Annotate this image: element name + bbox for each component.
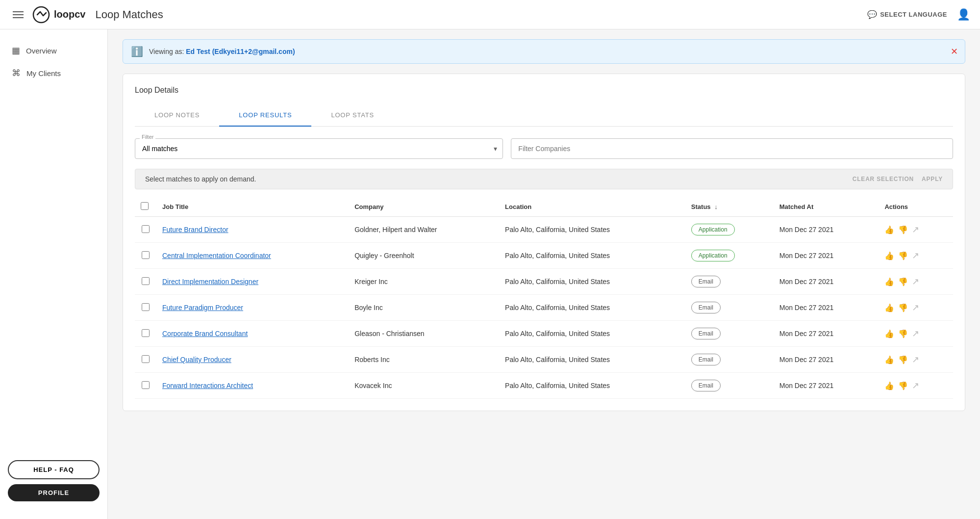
row-3-company: Boyle Inc xyxy=(349,295,499,321)
clear-selection-button[interactable]: CLEAR SELECTION xyxy=(853,176,914,182)
tab-loop-notes[interactable]: LOOP NOTES xyxy=(135,104,219,127)
select-all-checkbox[interactable] xyxy=(141,202,149,210)
top-bar: loopcv Loop Matches 💬 SELECT LANGUAGE 👤 xyxy=(0,0,980,29)
user-icon: 👤 xyxy=(957,8,970,21)
row-1-thumb-up-icon[interactable]: 👍 xyxy=(884,251,894,260)
row-2-location: Palo Alto, California, United States xyxy=(499,269,685,295)
tab-loop-results[interactable]: LOOP RESULTS xyxy=(219,104,311,127)
row-2-status-badge: Email xyxy=(691,276,721,287)
row-4-action-icons: 👍👎↗ xyxy=(884,328,947,339)
row-0-action-icons: 👍👎↗ xyxy=(884,224,947,235)
row-2-checkbox-cell xyxy=(135,269,156,295)
sidebar-item-overview[interactable]: ▦ Overview xyxy=(0,39,107,62)
table-row: Direct Implementation DesignerKreiger In… xyxy=(135,269,953,295)
table-row: Forward Interactions ArchitectKovacek In… xyxy=(135,373,953,399)
svg-point-0 xyxy=(33,7,49,23)
row-4-location: Palo Alto, California, United States xyxy=(499,321,685,347)
row-0-status-cell: Application xyxy=(685,217,774,243)
row-3-thumb-up-icon[interactable]: 👍 xyxy=(884,303,894,312)
row-5-checkbox[interactable] xyxy=(142,355,150,363)
row-3-external-link-icon[interactable]: ↗ xyxy=(912,302,919,313)
overview-icon: ▦ xyxy=(12,45,20,56)
row-2-company: Kreiger Inc xyxy=(349,269,499,295)
row-5-thumb-down-icon[interactable]: 👎 xyxy=(898,355,908,364)
filter-select[interactable]: All matches Applied Not Applied Email xyxy=(135,138,503,159)
row-4-external-link-icon[interactable]: ↗ xyxy=(912,328,919,339)
tab-loop-stats[interactable]: LOOP STATS xyxy=(311,104,393,127)
row-0-checkbox[interactable] xyxy=(142,225,150,233)
table-row: Future Brand DirectorGoldner, Hilpert an… xyxy=(135,217,953,243)
sidebar-bottom: HELP - FAQ PROFILE xyxy=(0,452,107,509)
row-6-external-link-icon[interactable]: ↗ xyxy=(912,380,919,391)
logo-icon xyxy=(32,6,50,24)
row-1-action-icons: 👍👎↗ xyxy=(884,250,947,261)
row-0-job-link[interactable]: Future Brand Director xyxy=(162,226,228,234)
apply-button[interactable]: APPLY xyxy=(922,176,943,182)
row-1-status-badge: Application xyxy=(691,250,735,261)
sidebar-item-my-clients[interactable]: ⌘ My Clients xyxy=(0,62,107,84)
row-6-checkbox[interactable] xyxy=(142,381,150,389)
row-4-thumb-up-icon[interactable]: 👍 xyxy=(884,329,894,338)
row-5-external-link-icon[interactable]: ↗ xyxy=(912,354,919,365)
row-6-job-link[interactable]: Forward Interactions Architect xyxy=(162,382,253,389)
chat-icon: 💬 xyxy=(867,10,878,19)
row-6-job-title: Forward Interactions Architect xyxy=(156,373,349,399)
row-5-location: Palo Alto, California, United States xyxy=(499,347,685,373)
row-2-actions-cell: 👍👎↗ xyxy=(879,269,953,295)
row-1-job-link[interactable]: Central Implementation Coordinator xyxy=(162,252,271,260)
filter-companies-input[interactable] xyxy=(511,138,953,159)
row-0-thumb-down-icon[interactable]: 👎 xyxy=(898,225,908,234)
row-1-company: Quigley - Greenholt xyxy=(349,243,499,269)
row-3-location: Palo Alto, California, United States xyxy=(499,295,685,321)
row-6-status-cell: Email xyxy=(685,373,774,399)
row-1-actions-cell: 👍👎↗ xyxy=(879,243,953,269)
row-4-status-badge: Email xyxy=(691,328,721,339)
row-5-thumb-up-icon[interactable]: 👍 xyxy=(884,355,894,364)
user-account-button[interactable]: 👤 xyxy=(957,8,970,21)
row-0-thumb-up-icon[interactable]: 👍 xyxy=(884,225,894,234)
col-actions: Actions xyxy=(879,197,953,217)
row-3-checkbox[interactable] xyxy=(142,303,150,311)
filter-companies-wrapper xyxy=(511,138,953,159)
row-3-matched-at: Mon Dec 27 2021 xyxy=(774,295,879,321)
row-1-checkbox[interactable] xyxy=(142,251,150,259)
row-1-external-link-icon[interactable]: ↗ xyxy=(912,250,919,261)
row-5-actions-cell: 👍👎↗ xyxy=(879,347,953,373)
row-1-job-title: Central Implementation Coordinator xyxy=(156,243,349,269)
row-2-checkbox[interactable] xyxy=(142,277,150,285)
sidebar-item-label-overview: Overview xyxy=(26,47,57,55)
row-5-company: Roberts Inc xyxy=(349,347,499,373)
row-6-thumb-up-icon[interactable]: 👍 xyxy=(884,381,894,390)
loop-details-card: Loop Details LOOP NOTES LOOP RESULTS LOO… xyxy=(123,74,965,411)
hamburger-menu[interactable] xyxy=(10,6,26,23)
row-5-job-link[interactable]: Chief Quality Producer xyxy=(162,356,231,363)
row-1-thumb-down-icon[interactable]: 👎 xyxy=(898,251,908,260)
row-6-thumb-down-icon[interactable]: 👎 xyxy=(898,381,908,390)
row-0-external-link-icon[interactable]: ↗ xyxy=(912,224,919,235)
row-2-thumb-down-icon[interactable]: 👎 xyxy=(898,277,908,286)
row-3-status-cell: Email xyxy=(685,295,774,321)
row-0-matched-at: Mon Dec 27 2021 xyxy=(774,217,879,243)
row-2-job-link[interactable]: Direct Implementation Designer xyxy=(162,278,258,285)
filter-dropdown: Filter All matches Applied Not Applied E… xyxy=(135,138,503,159)
row-4-thumb-down-icon[interactable]: 👎 xyxy=(898,329,908,338)
row-3-thumb-down-icon[interactable]: 👎 xyxy=(898,303,908,312)
help-faq-button[interactable]: HELP - FAQ xyxy=(8,460,100,479)
row-5-matched-at: Mon Dec 27 2021 xyxy=(774,347,879,373)
row-5-checkbox-cell xyxy=(135,347,156,373)
row-2-thumb-up-icon[interactable]: 👍 xyxy=(884,277,894,286)
row-4-checkbox-cell xyxy=(135,321,156,347)
row-4-checkbox[interactable] xyxy=(142,329,150,337)
app-container: loopcv Loop Matches 💬 SELECT LANGUAGE 👤 … xyxy=(0,0,980,519)
tabs-container: LOOP NOTES LOOP RESULTS LOOP STATS xyxy=(135,104,953,127)
banner-close-button[interactable]: ✕ xyxy=(951,46,958,57)
table-row: Chief Quality ProducerRoberts IncPalo Al… xyxy=(135,347,953,373)
row-4-job-link[interactable]: Corporate Brand Consultant xyxy=(162,330,248,337)
row-2-external-link-icon[interactable]: ↗ xyxy=(912,276,919,287)
selection-text: Select matches to apply on demand. xyxy=(145,175,853,183)
row-4-actions-cell: 👍👎↗ xyxy=(879,321,953,347)
select-language-button[interactable]: 💬 SELECT LANGUAGE xyxy=(867,10,947,19)
profile-button[interactable]: PROFILE xyxy=(8,484,100,501)
row-3-job-link[interactable]: Future Paradigm Producer xyxy=(162,304,243,311)
selection-actions: CLEAR SELECTION APPLY xyxy=(853,176,943,182)
